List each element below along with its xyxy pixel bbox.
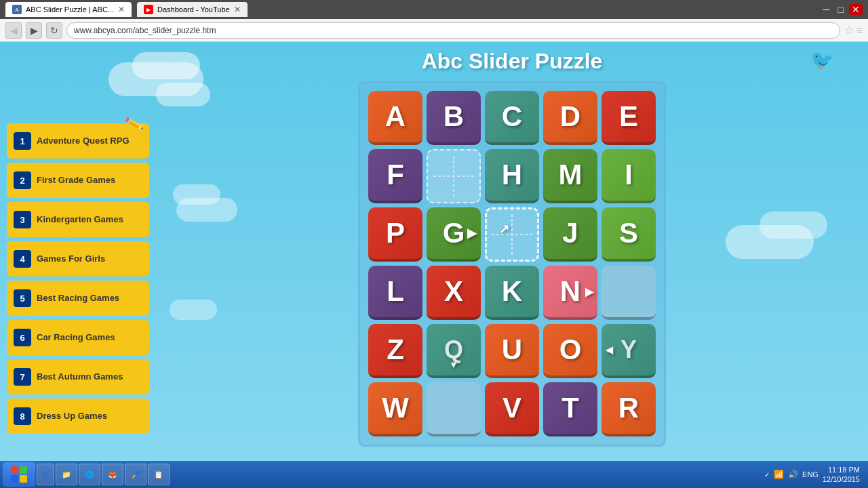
taskbar-firefox-btn[interactable]: 🦊 bbox=[102, 464, 123, 485]
close-btn[interactable]: ✕ bbox=[849, 4, 863, 15]
tile-M[interactable]: M bbox=[543, 149, 597, 203]
taskbar-chrome-btn[interactable]: 🌐 bbox=[79, 464, 100, 485]
tile-X[interactable]: X bbox=[427, 266, 481, 320]
sidebar-label-6: Car Racing Games bbox=[37, 332, 115, 343]
tray-lang: ENG bbox=[802, 470, 818, 479]
windows-logo bbox=[11, 466, 27, 483]
tile-C[interactable]: C bbox=[485, 91, 539, 145]
tray-check-icon: ✓ bbox=[764, 471, 770, 479]
tab-favicon-yt: ▶ bbox=[144, 5, 153, 14]
tile-I[interactable]: I bbox=[601, 149, 656, 203]
time-display: 11:18 PM 12/10/2015 bbox=[823, 465, 860, 485]
folder-icon: 📁 bbox=[62, 470, 71, 479]
sidebar-label-1: Adventure Quest RPG bbox=[37, 136, 130, 146]
address-bar[interactable]: www.abcya.com/abc_slider_puzzle.htm bbox=[66, 22, 840, 39]
tile-W[interactable]: W bbox=[368, 382, 422, 436]
tile-P[interactable]: P bbox=[368, 207, 422, 262]
puzzle-board[interactable]: A B C D E F H M I P G ▶ bbox=[358, 81, 666, 447]
taskbar-extra-btn[interactable]: 📋 bbox=[148, 464, 170, 485]
taskbar-paint-btn[interactable]: 🖌️ bbox=[125, 464, 146, 485]
ie-icon: e bbox=[43, 469, 48, 480]
sidebar-item-3[interactable]: 3 Kindergarten Games bbox=[7, 202, 149, 237]
sidebar-label-4: Games For Girls bbox=[37, 253, 105, 264]
minimize-btn[interactable]: ─ bbox=[821, 4, 833, 15]
tab-label-yt: Dashboard - YouTube bbox=[157, 5, 230, 14]
sidebar: ✏️ 1 Adventure Quest RPG 2 First Grade G… bbox=[0, 42, 156, 461]
tray-icon2: 🔊 bbox=[788, 470, 798, 479]
tile-A[interactable]: A bbox=[368, 91, 422, 145]
tab-abc[interactable]: A ABC Slider Puzzle | ABC... ✕ bbox=[5, 2, 132, 17]
tile-Q[interactable]: Q ▼ bbox=[427, 324, 481, 378]
tile-H[interactable]: H bbox=[485, 149, 539, 203]
sidebar-item-7[interactable]: 7 Best Autumn Games bbox=[7, 359, 149, 394]
sidebar-num-1: 1 bbox=[14, 132, 31, 150]
tile-Y[interactable]: Y ◀ bbox=[601, 324, 656, 378]
sidebar-label-5: Best Racing Games bbox=[37, 293, 119, 304]
tile-empty-r2c2[interactable] bbox=[427, 149, 481, 203]
current-date: 12/10/2015 bbox=[823, 474, 860, 484]
title-bar: A ABC Slider Puzzle | ABC... ✕ ▶ Dashboa… bbox=[0, 0, 868, 19]
taskbar-ie-btn[interactable]: e bbox=[37, 464, 54, 485]
taskbar-folder-btn[interactable]: 📁 bbox=[56, 464, 77, 485]
puzzle-title: Abc Slider Puzzle bbox=[422, 49, 603, 74]
tab-close-abc[interactable]: ✕ bbox=[118, 5, 125, 14]
tile-K[interactable]: K bbox=[485, 266, 539, 320]
back-button[interactable]: ◀ bbox=[5, 22, 22, 39]
start-button[interactable] bbox=[3, 462, 35, 487]
current-time: 11:18 PM bbox=[823, 465, 860, 474]
tile-empty-r4c5[interactable] bbox=[601, 266, 656, 320]
bookmark-star[interactable]: ☆ bbox=[844, 24, 854, 37]
forward-button[interactable]: ▶ bbox=[26, 22, 42, 39]
sidebar-label-7: Best Autumn Games bbox=[37, 371, 123, 382]
tile-L[interactable]: L bbox=[368, 266, 422, 320]
sidebar-num-8: 8 bbox=[14, 407, 31, 425]
sidebar-item-4[interactable]: 4 Games For Girls bbox=[7, 241, 149, 277]
address-text: www.abcya.com/abc_slider_puzzle.htm bbox=[74, 26, 216, 35]
sidebar-item-8[interactable]: 8 Dress Up Games bbox=[7, 399, 149, 434]
tab-favicon-abc: A bbox=[12, 5, 22, 14]
sidebar-item-2[interactable]: 2 First Grade Games bbox=[7, 163, 149, 198]
tile-S[interactable]: S bbox=[601, 207, 656, 262]
tile-O[interactable]: O bbox=[543, 324, 597, 378]
maximize-btn[interactable]: □ bbox=[835, 4, 846, 15]
nav-bar: ◀ ▶ ↻ www.abcya.com/abc_slider_puzzle.ht… bbox=[0, 19, 868, 42]
tab-yt[interactable]: ▶ Dashboard - YouTube ✕ bbox=[137, 2, 248, 17]
sidebar-num-3: 3 bbox=[14, 211, 31, 228]
tile-Z[interactable]: Z bbox=[368, 324, 422, 378]
sidebar-num-6: 6 bbox=[14, 329, 31, 346]
paint-icon: 🖌️ bbox=[131, 470, 140, 479]
tile-empty-r3c3[interactable]: ↗ bbox=[485, 207, 539, 262]
tab-close-yt[interactable]: ✕ bbox=[234, 5, 241, 14]
firefox-icon: 🦊 bbox=[108, 470, 117, 479]
sidebar-label-3: Kindergarten Games bbox=[37, 214, 123, 225]
sidebar-item-6[interactable]: 6 Car Racing Games bbox=[7, 320, 149, 355]
sidebar-num-7: 7 bbox=[14, 368, 31, 386]
tile-U[interactable]: U bbox=[485, 324, 539, 378]
tile-B[interactable]: B bbox=[427, 91, 481, 145]
sidebar-label-2: First Grade Games bbox=[37, 175, 115, 186]
chrome-icon: 🌐 bbox=[85, 470, 94, 479]
taskbar-tray: ✓ 📶 🔊 ENG 11:18 PM 12/10/2015 bbox=[759, 465, 865, 485]
refresh-button[interactable]: ↻ bbox=[46, 22, 62, 39]
extra-icon: 📋 bbox=[154, 470, 163, 479]
tile-T[interactable]: T bbox=[543, 382, 597, 436]
sidebar-num-4: 4 bbox=[14, 250, 31, 268]
tile-E[interactable]: E bbox=[601, 91, 656, 145]
tile-G[interactable]: G ▶ bbox=[427, 207, 481, 262]
sidebar-item-5[interactable]: 5 Best Racing Games bbox=[7, 281, 149, 316]
settings-menu[interactable]: ≡ bbox=[856, 24, 863, 37]
tile-D[interactable]: D bbox=[543, 91, 597, 145]
sidebar-num-2: 2 bbox=[14, 171, 31, 189]
tile-V[interactable]: V bbox=[485, 382, 539, 436]
tile-F[interactable]: F bbox=[368, 149, 422, 203]
sidebar-num-5: 5 bbox=[14, 289, 31, 307]
tile-R[interactable]: R bbox=[601, 382, 656, 436]
tile-J[interactable]: J bbox=[543, 207, 597, 262]
tray-icon1: 📶 bbox=[774, 470, 784, 479]
main-content: Abc Slider Puzzle A B C D E F H M I P G bbox=[156, 42, 868, 461]
tile-N[interactable]: N ▶ bbox=[543, 266, 597, 320]
tile-empty-r6c2[interactable] bbox=[427, 382, 481, 436]
tab-label-abc: ABC Slider Puzzle | ABC... bbox=[26, 5, 114, 14]
taskbar: e 📁 🌐 🦊 🖌️ 📋 ✓ 📶 🔊 ENG 11:18 PM 12/10/20… bbox=[0, 461, 868, 488]
sidebar-label-8: Dress Up Games bbox=[37, 411, 107, 422]
